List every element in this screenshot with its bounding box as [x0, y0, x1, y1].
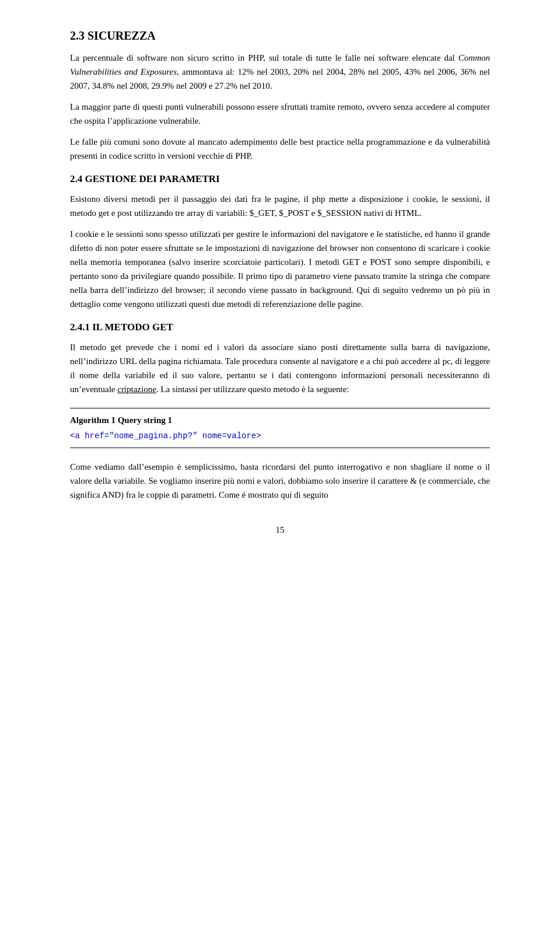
algorithm-code-text: <a href="nome_pagina.php?" nome=valore> [70, 431, 261, 441]
section-2-3-heading: 2.3 SICUREZZA [70, 29, 490, 43]
section-2-4-title: 2.4 GESTIONE DEI PARAMETRI [70, 173, 220, 184]
algorithm-title-text: Algorithm 1 Query string 1 [70, 415, 172, 425]
section-2-4-1-para1: Il metodo get prevede che i nomi ed i va… [70, 340, 490, 396]
page-content: 2.3 SICUREZZA La percentuale di software… [70, 0, 490, 570]
section-2-4-para1-text: Esistono diversi metodi per il passaggio… [70, 194, 490, 218]
algorithm-title: Algorithm 1 Query string 1 [70, 413, 490, 429]
section-2-3-title: 2.3 SICUREZZA [70, 29, 156, 42]
section-2-4-1-title: 2.4.1 IL METODO GET [70, 322, 173, 333]
section-2-4-1-para2-text: Come vediamo dall’esempio è semplicissim… [70, 462, 490, 499]
section-2-4-1-para1-rest: . La sintassi per utilizzare questo meto… [156, 385, 349, 394]
section-2-4-para2-text: I cookie e le sessioni sono spesso utili… [70, 229, 490, 309]
section-2-3-para3: Le falle più comuni sono dovute al manca… [70, 135, 490, 163]
section-2-4-para1: Esistono diversi metodi per il passaggio… [70, 192, 490, 220]
section-2-4-heading: 2.4 GESTIONE DEI PARAMETRI [70, 173, 490, 185]
page-number-text: 15 [276, 525, 285, 534]
section-2-3-para1-text: La percentuale di software non sicuro sc… [70, 53, 459, 62]
section-2-3-para3-text: Le falle più comuni sono dovute al manca… [70, 137, 490, 160]
section-2-3-para2-text: La maggior parte di questi punti vulnera… [70, 102, 490, 125]
section-2-4-1-underline: criptazione [117, 385, 156, 394]
section-2-4-1-heading: 2.4.1 IL METODO GET [70, 322, 490, 333]
section-2-4-para2: I cookie e le sessioni sono spesso utili… [70, 227, 490, 311]
algorithm-box: Algorithm 1 Query string 1 <a href="nome… [70, 408, 490, 448]
section-2-3-para1: La percentuale di software non sicuro sc… [70, 51, 490, 93]
algorithm-code: <a href="nome_pagina.php?" nome=valore> [70, 429, 490, 443]
section-2-3-para2: La maggior parte di questi punti vulnera… [70, 100, 490, 128]
page-number: 15 [70, 525, 490, 535]
section-2-4-1-para2: Come vediamo dall’esempio è semplicissim… [70, 460, 490, 502]
